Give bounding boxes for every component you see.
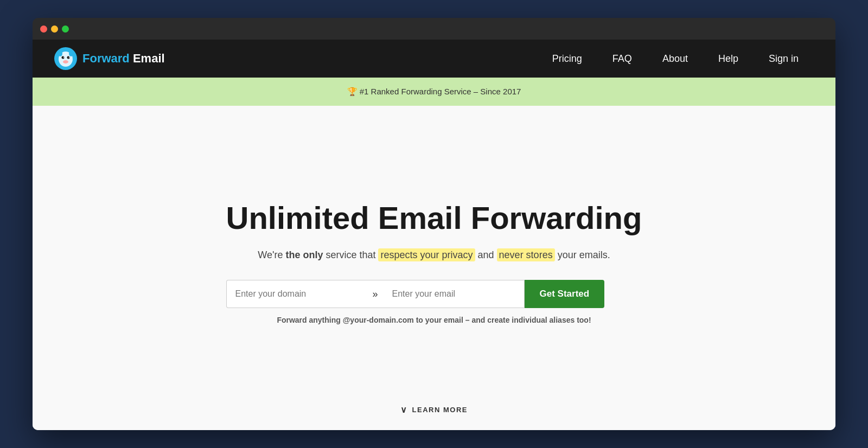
announcement-banner: 🏆 #1 Ranked Forwarding Service – Since 2…: [33, 78, 835, 106]
browser-dots: [40, 25, 69, 33]
banner-text: 🏆 #1 Ranked Forwarding Service – Since 2…: [347, 87, 521, 97]
nav-link-about[interactable]: About: [647, 40, 703, 78]
nav-link-pricing[interactable]: Pricing: [537, 40, 597, 78]
subtitle-and: and: [475, 249, 497, 260]
trophy-icon: 🏆: [347, 87, 358, 96]
svg-point-6: [69, 57, 70, 58]
hero-subtitle: We're the only service that respects you…: [226, 248, 642, 263]
learn-more[interactable]: ∨ LEARN MORE: [400, 405, 468, 415]
subtitle-highlight2: never stores: [497, 248, 555, 261]
arrow-divider: »: [367, 280, 384, 308]
nav-links: Pricing FAQ About Help Sign in: [537, 40, 814, 78]
browser-chrome: [33, 18, 835, 40]
learn-more-label: LEARN MORE: [412, 406, 468, 414]
nav-logo: Forward Email: [54, 47, 537, 70]
nav-link-faq[interactable]: FAQ: [597, 40, 647, 78]
svg-point-7: [58, 51, 62, 56]
nav-link-signin[interactable]: Sign in: [754, 40, 814, 78]
main-content: Unlimited Email Forwarding We're the onl…: [33, 106, 835, 430]
svg-point-8: [69, 51, 73, 56]
email-input[interactable]: [384, 280, 525, 308]
subtitle-highlight1: respects your privacy: [378, 248, 475, 261]
chevron-down-icon: ∨: [400, 405, 408, 415]
form-hint: Forward anything @your-domain.com to you…: [226, 316, 642, 324]
hero-title: Unlimited Email Forwarding: [226, 201, 642, 235]
browser-window: Forward Email Pricing FAQ About Help Sig…: [33, 18, 835, 430]
logo-email: Email: [130, 52, 165, 65]
svg-point-5: [63, 57, 65, 58]
subtitle-bold: the only: [285, 249, 323, 260]
subtitle-mid: service that: [323, 249, 378, 260]
logo-icon: [54, 47, 77, 70]
signup-form: » Get Started: [226, 280, 642, 308]
banner-label: #1 Ranked Forwarding Service – Since 201…: [360, 87, 521, 96]
logo-text: Forward Email: [82, 52, 165, 66]
dot-red[interactable]: [40, 25, 47, 33]
hero-section: Unlimited Email Forwarding We're the onl…: [226, 201, 642, 325]
dot-green[interactable]: [62, 25, 69, 33]
browser-body: Forward Email Pricing FAQ About Help Sig…: [33, 40, 835, 430]
svg-point-4: [63, 60, 68, 63]
get-started-button[interactable]: Get Started: [525, 280, 605, 308]
navbar: Forward Email Pricing FAQ About Help Sig…: [33, 40, 835, 78]
domain-input[interactable]: [226, 280, 367, 308]
subtitle-end: your emails.: [555, 249, 610, 260]
subtitle-pre: We're: [258, 249, 285, 260]
dot-yellow[interactable]: [51, 25, 58, 33]
logo-forward: Forward: [82, 52, 130, 65]
nav-link-help[interactable]: Help: [703, 40, 754, 78]
